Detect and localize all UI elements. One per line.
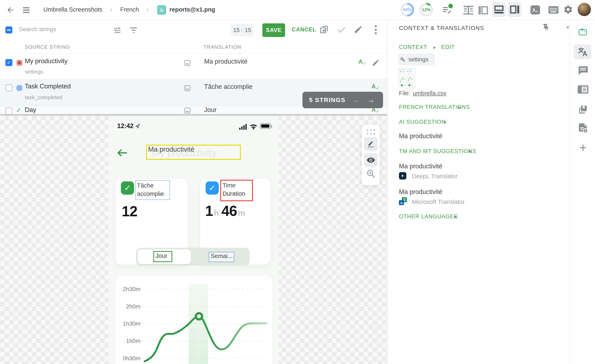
toggle-left-translated: Jour	[155, 252, 167, 259]
filter-icon[interactable]	[130, 27, 138, 34]
draw-tool-button[interactable]	[364, 137, 378, 151]
row-checkbox[interactable]	[5, 107, 12, 114]
context-thumbnail[interactable]	[398, 68, 416, 88]
translation-text[interactable]: Jour	[204, 106, 217, 114]
row-checkbox[interactable]: ✓	[5, 59, 12, 66]
comments-icon[interactable]	[578, 66, 588, 75]
card-view-icon[interactable]	[578, 85, 588, 93]
string-counter: 15 · 15	[231, 24, 253, 36]
source-string[interactable]: My productivity	[25, 57, 68, 65]
battery-icon	[260, 123, 271, 129]
key-icon	[400, 56, 406, 63]
app-back-arrow-icon	[116, 148, 127, 158]
string-key[interactable]: task_completed	[25, 94, 62, 101]
line-chart	[116, 276, 272, 364]
provider-label: Microsoft Translator	[412, 199, 465, 205]
zoom-in-icon[interactable]	[366, 169, 375, 178]
ai-assistant-icon[interactable]	[578, 27, 588, 37]
save-button[interactable]: SAVE	[262, 23, 285, 37]
key-chip-label: settings	[408, 56, 428, 63]
card1-translated-label: Tâche accomplie	[137, 181, 168, 198]
breadcrumb-chevron-icon: ›	[110, 5, 112, 14]
tm-suggestion-text[interactable]: Ma productivité	[399, 188, 442, 196]
screenshot-link-icon[interactable]	[184, 59, 191, 66]
terminal-icon[interactable]	[531, 5, 540, 14]
panel-right-toggle[interactable]	[508, 2, 521, 17]
approve-check-icon[interactable]	[337, 26, 346, 34]
productivity-chart-card: 2h30m 2h0m 1h30m 1h0m 0h30m	[116, 276, 272, 364]
file-info-icon[interactable]	[579, 123, 588, 133]
back-icon[interactable]	[6, 6, 14, 14]
table-header-row: SOURCE STRING TRANSLATION	[0, 41, 387, 54]
tune-filters-icon[interactable]	[113, 26, 121, 35]
tasks-icon[interactable]	[442, 5, 452, 15]
add-panel-icon[interactable]	[579, 143, 587, 152]
row-edit-pencil-icon[interactable]	[372, 59, 380, 66]
panel-divider[interactable]	[0, 114, 387, 116]
search-input[interactable]	[19, 26, 94, 33]
row-checkbox[interactable]	[5, 84, 12, 91]
tm-suggestion-text[interactable]: Ma productivité	[399, 163, 442, 170]
ai-suggestion-section[interactable]: AI SUGGESTION	[399, 119, 446, 125]
table-row[interactable]: ✓ My productivity settings Ma productivi…	[0, 54, 387, 79]
drag-handle-icon[interactable]	[367, 129, 375, 135]
context-arrow-icon: ▸	[433, 44, 436, 50]
preview-eye-button[interactable]	[364, 153, 378, 167]
right-rail	[569, 20, 595, 364]
cancel-button[interactable]: CANCEL	[290, 26, 318, 33]
translation-text[interactable]: Tâche accomplie	[204, 83, 252, 91]
screenshot-link-icon[interactable]	[184, 85, 191, 92]
green-check-icon: ✓	[121, 181, 134, 195]
gear-icon[interactable]	[563, 5, 573, 14]
source-string[interactable]: Task Completed	[25, 83, 71, 90]
select-all-checkbox[interactable]	[5, 26, 12, 34]
screenshot-file-icon	[157, 5, 166, 14]
pin-off-icon[interactable]	[542, 23, 550, 31]
screenshot-canvas: 12:42 My productivity Ma productivité ✓ …	[108, 116, 279, 364]
keyboard-icon[interactable]	[549, 6, 559, 14]
screenshots-icon[interactable]	[578, 104, 588, 114]
menu-icon[interactable]	[22, 7, 30, 13]
strings-pager-label: 5 STRINGS	[309, 96, 345, 103]
other-languages-section[interactable]: OTHER LANGUAGES	[399, 214, 458, 220]
translated-title: Ma productivité	[148, 145, 194, 153]
progress-donut-translated: 50%	[400, 3, 414, 16]
key-chip[interactable]: settings	[398, 54, 435, 65]
wifi-icon	[250, 123, 257, 130]
source-string[interactable]: Day	[25, 106, 36, 114]
avatar[interactable]	[578, 3, 591, 16]
spellcheck-icon[interactable]: A✓	[371, 84, 379, 90]
top-bar: Umbrella Screenshots › French › reports@…	[0, 0, 595, 20]
file-link[interactable]: umbrella.csv	[413, 90, 446, 97]
ai-suggestion-text[interactable]: Ma productivité	[399, 132, 442, 140]
breadcrumb-file[interactable]: reports@x1.png	[170, 6, 215, 13]
breadcrumb-project[interactable]: Umbrella Screenshots	[43, 6, 102, 13]
context-panel: CONTEXT & TRANSLATIONS ▾ CONTEXT ▸ EDIT …	[387, 20, 570, 364]
table-view-icon[interactable]	[463, 6, 473, 14]
section-chevron-icon: ▾	[468, 149, 471, 154]
collapse-chevron-icon[interactable]: ▾	[567, 24, 569, 31]
breadcrumb-language[interactable]: French	[120, 6, 139, 13]
prev-string-icon[interactable]: ←	[353, 96, 360, 104]
tm-mt-section[interactable]: TM AND MT SUGGESTIONS	[399, 148, 476, 155]
string-key[interactable]: settings	[25, 69, 43, 75]
kebab-menu-icon[interactable]	[374, 25, 377, 35]
status-inprogress-icon	[16, 85, 22, 91]
panel-left-icon[interactable]	[478, 6, 488, 14]
panel-bottom-toggle[interactable]	[492, 2, 506, 17]
spellcheck-icon[interactable]: A✓	[358, 59, 366, 65]
translation-text[interactable]: Ma productivité	[204, 58, 248, 65]
card1-value: 12	[122, 203, 137, 220]
progress-donut-reviewed: 12%	[419, 3, 433, 16]
screenshot-link-icon[interactable]	[184, 107, 191, 114]
duplicate-icon[interactable]	[319, 25, 329, 35]
strings-toolbar: 15 · 15 SAVE CANCEL	[0, 20, 387, 41]
microsoft-translator-icon: a	[399, 197, 407, 205]
edit-pencil-icon[interactable]	[354, 25, 363, 34]
column-header-source: SOURCE STRING	[25, 44, 70, 50]
context-section-label[interactable]: CONTEXT	[399, 44, 427, 50]
next-string-icon[interactable]: →	[367, 96, 375, 104]
translations-tab[interactable]	[574, 44, 591, 59]
context-edit-link[interactable]: EDIT	[441, 44, 455, 50]
svg-text:a: a	[400, 201, 403, 205]
